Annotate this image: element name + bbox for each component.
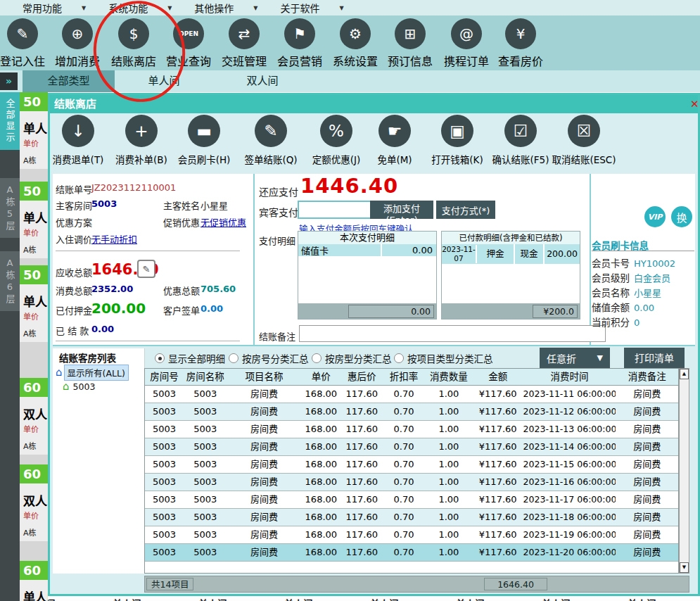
table-cell: 房间费 — [227, 421, 302, 438]
table-footer: 共14项目 1646.40 — [144, 576, 689, 593]
filter-radio-label: 按房号分类汇总 — [242, 351, 309, 365]
sidebar-item-1[interactable]: A栋5层 — [0, 178, 20, 238]
table-row[interactable]: 50035003房间费168.00117.600.701.00¥117.6020… — [145, 474, 678, 491]
background-room-tile-label: 单人间 — [113, 596, 141, 601]
toolbar-item-5[interactable]: ⚑会员营销 — [272, 18, 327, 69]
room-type-tab-bar: 全部类型单人间双人间 — [0, 70, 700, 92]
main-room-value: 5003 — [91, 198, 117, 209]
tab-1[interactable]: 单人间 — [115, 70, 213, 92]
table-cell: 1.00 — [425, 456, 473, 473]
table-header-cell[interactable]: 金额 — [473, 369, 523, 385]
dialog-toolbar-button-2[interactable]: ▬会员刷卡(H) — [165, 115, 243, 166]
table-cell: 168.00 — [301, 403, 341, 420]
filter-radio-0[interactable]: 显示全部明细 — [155, 351, 225, 365]
scroll-up-icon[interactable]: ▲ — [680, 369, 689, 379]
filter-radio-2[interactable]: 按房型分类汇总 — [312, 351, 392, 365]
edit-receivable-icon[interactable]: ✎ — [137, 260, 155, 278]
toolbar-item-8[interactable]: @携程订单 — [439, 18, 494, 69]
toolbar-item-9[interactable]: ¥查看房价 — [493, 18, 548, 69]
room-card-2[interactable]: 50单人单价A栋 — [20, 265, 48, 342]
member-card-swipe-icon: ▬ — [188, 115, 220, 147]
close-icon[interactable]: ✕ — [690, 95, 699, 113]
table-cell: 5003 — [184, 474, 227, 491]
menu-item-3[interactable]: 关于软件▼ — [280, 1, 343, 15]
toolbar-item-2[interactable]: $结账离店 — [106, 18, 161, 69]
room-list-item-all[interactable]: ⌂ 显示所有(ALL) — [56, 365, 129, 381]
sidebar-item-0[interactable]: 全部显示 — [0, 92, 20, 150]
price-adjust-link[interactable]: 无手动折扣 — [91, 232, 137, 246]
dialog-toolbar-button-8[interactable]: ☒取消结账(ESC) — [545, 115, 623, 166]
room-card-building: A栋 — [23, 327, 37, 339]
promo-link[interactable]: 无促销优惠 — [201, 215, 246, 229]
room-card-5[interactable]: 60单人间 — [20, 561, 48, 601]
background-room-tiles: 单人间单人间单人间单人间单人间单人间单人间单人间 — [48, 596, 700, 601]
toolbar-item-4[interactable]: ⇄交班管理 — [217, 18, 272, 69]
tab-2[interactable]: 双人间 — [213, 70, 312, 92]
dropdown-caret-icon: ▼ — [167, 5, 172, 11]
menu-item-0[interactable]: 常用功能▼ — [23, 1, 86, 15]
add-payment-button[interactable]: 添加支付(Enter) — [370, 201, 433, 219]
checkout-remark-input[interactable] — [299, 325, 606, 342]
sidebar-item-2[interactable]: A栋6层 — [0, 251, 20, 311]
table-row[interactable]: 50035003房间费168.00117.600.701.00¥117.6020… — [145, 491, 678, 509]
table-scrollbar[interactable]: ▲ ▼ — [679, 368, 689, 574]
table-row[interactable]: 50035003房间费168.00117.600.701.00¥117.6020… — [145, 421, 678, 438]
dialog-toolbar-label: 会员刷卡(H) — [165, 152, 243, 166]
guest-name-label: 主客姓名 — [163, 198, 200, 212]
toolbar-item-3[interactable]: OPEN营业查询 — [161, 18, 216, 69]
discount-dropdown[interactable]: 任意折 ▼ — [540, 348, 610, 368]
table-header-cell[interactable]: 消费时间 — [523, 369, 616, 385]
table-header-cell[interactable]: 消费备注 — [616, 369, 678, 385]
room-card-4[interactable]: 60双人单价A栋 — [20, 464, 48, 541]
toolbar-item-0[interactable]: ✎登记入住 — [0, 18, 50, 69]
table-row[interactable]: 50035003房间费168.00117.600.701.00¥117.6020… — [145, 456, 678, 474]
table-cell: 房间费 — [616, 474, 678, 491]
guest-pay-input[interactable] — [298, 201, 372, 219]
table-row[interactable]: 50035003房间费168.00117.600.701.00¥117.6020… — [145, 544, 678, 562]
table-header-cell[interactable]: 项目名称 — [227, 369, 302, 385]
table-header-cell[interactable]: 房间名称 — [184, 369, 227, 385]
table-header-cell[interactable]: 消费数量 — [425, 369, 473, 385]
table-row[interactable]: 50035003房间费168.00117.600.701.00¥117.6020… — [145, 438, 678, 456]
table-row[interactable]: 50035003房间费168.00117.600.701.00¥117.6020… — [145, 509, 678, 526]
table-header-cell[interactable]: 惠后价 — [341, 369, 383, 385]
floor-nav-sidebar: 全部显示A栋5层A栋6层 — [0, 92, 20, 601]
menu-item-label: 系统功能 — [108, 1, 148, 15]
table-header-cell[interactable]: 折扣率 — [383, 369, 425, 385]
menu-item-label: 常用功能 — [23, 1, 62, 15]
table-cell: 117.60 — [341, 386, 383, 403]
room-card-type: 双人 — [23, 405, 47, 422]
table-row[interactable]: 50035003房间费168.00117.600.701.00¥117.6020… — [145, 403, 678, 421]
tab-0[interactable]: 全部类型 — [23, 70, 115, 92]
table-header-cell[interactable]: 单价 — [301, 369, 341, 385]
room-card-1[interactable]: 50单人单价A栋 — [20, 182, 48, 258]
dropdown-caret-icon: ▼ — [253, 5, 257, 11]
checkout-room-list: 结账客房列表 ⌂ 显示所有(ALL) ⌂ 5003 — [53, 348, 145, 574]
sidebar-expand-button[interactable]: » — [0, 72, 18, 90]
room-price-icon: ¥ — [505, 18, 536, 49]
room-card-3[interactable]: 60双人单价A栋 — [20, 378, 48, 455]
room-list-item-room[interactable]: ⌂ 5003 — [63, 381, 95, 392]
table-row[interactable]: 50035003房间费168.00117.600.701.00¥117.6020… — [145, 526, 678, 544]
vip-badge[interactable]: VIP — [644, 206, 666, 227]
pay-type: 储值卡 — [298, 243, 382, 257]
current-payment-row[interactable]: 储值卡 0.00 — [298, 244, 436, 256]
table-header-cell[interactable]: 房间号 — [145, 369, 184, 385]
background-room-tile-label: 单人间 — [284, 596, 313, 601]
payment-method-button[interactable]: 支付方式(*) — [436, 201, 495, 219]
print-list-button[interactable]: 打印清单 — [624, 348, 685, 368]
toolbar-item-1[interactable]: ⊕增加消费 — [50, 18, 105, 69]
member-row-label: 储值余额 — [592, 302, 630, 313]
scroll-down-icon[interactable]: ▼ — [680, 562, 689, 573]
filter-radio-1[interactable]: 按房号分类汇总 — [229, 351, 309, 365]
table-cell: 168.00 — [301, 526, 341, 543]
menu-item-2[interactable]: 其他操作▼ — [194, 1, 257, 15]
menu-item-1[interactable]: 系统功能▼ — [108, 1, 172, 15]
toolbar-item-6[interactable]: ⚙系统设置 — [328, 18, 383, 69]
toolbar-item-7[interactable]: ⊞预订信息 — [383, 18, 438, 69]
paid-detail-row[interactable]: 2023-11-07 押金 现金 200.00 — [442, 244, 580, 264]
deposit-label: 已付押金 — [56, 303, 92, 317]
swap-member-badge[interactable]: 换 — [671, 206, 692, 227]
filter-radio-3[interactable]: 按项目类型分类汇总 — [394, 351, 493, 365]
table-row[interactable]: 50035003房间费168.00117.600.701.00¥117.6020… — [145, 386, 678, 403]
